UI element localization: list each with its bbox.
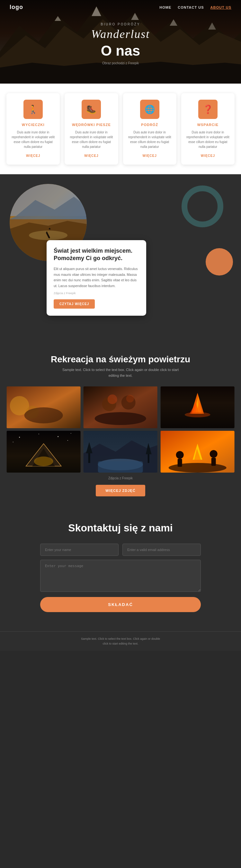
card-title-1: WĘDRÓWKI PIESZE bbox=[69, 123, 113, 127]
about-read-more-btn[interactable]: CZYTAJ WIĘCEJ bbox=[54, 299, 95, 309]
svg-point-48 bbox=[58, 436, 59, 437]
gallery-credit: Zdjęcia z Freepik bbox=[6, 476, 235, 480]
svg-point-31 bbox=[95, 412, 146, 425]
hero-credit: Obraz pochodzi z Freepik bbox=[0, 61, 241, 65]
nav-home[interactable]: HOME bbox=[160, 5, 171, 9]
svg-point-66 bbox=[209, 450, 217, 458]
svg-point-47 bbox=[39, 434, 39, 434]
gallery-item[interactable] bbox=[83, 386, 158, 428]
gallery-item[interactable] bbox=[160, 386, 235, 428]
svg-point-64 bbox=[176, 451, 183, 459]
hero-brand: Wanderlust bbox=[0, 27, 241, 41]
card-text-3: Duis aute irure dolor in reprehenderit i… bbox=[186, 130, 230, 149]
gallery-title: Rekreacja na świeżym powietrzu bbox=[6, 354, 235, 365]
card-1: 🥾 WĘDRÓWKI PIESZE Duis aute irure dolor … bbox=[65, 93, 118, 164]
svg-point-49 bbox=[71, 433, 71, 434]
gallery-grid bbox=[6, 386, 235, 472]
about-section: Świat jest wielkim miejscem. Pomożemy Ci… bbox=[0, 174, 241, 338]
footer: Sample text. Click to select the text bo… bbox=[0, 631, 241, 651]
contact-title: Skontaktuj się z nami bbox=[6, 522, 235, 534]
navbar: logo HOME CONTACT US ABOUT US bbox=[0, 0, 241, 14]
gallery-item[interactable] bbox=[6, 386, 81, 428]
svg-point-45 bbox=[34, 457, 53, 466]
svg-point-41 bbox=[184, 412, 210, 417]
card-link-2[interactable]: WIĘCEJ bbox=[142, 154, 157, 157]
svg-point-27 bbox=[25, 407, 63, 424]
hero-title: O nas bbox=[0, 43, 241, 59]
card-link-0[interactable]: WIĘCEJ bbox=[26, 154, 40, 157]
card-title-3: WSPARCIE bbox=[186, 123, 230, 127]
svg-rect-65 bbox=[177, 459, 182, 467]
about-card-text: Elit ut aliquam purus sit amet luctus ve… bbox=[54, 266, 139, 289]
svg-point-51 bbox=[67, 440, 68, 441]
footer-text: Sample text. Click to select the text bo… bbox=[5, 637, 236, 646]
cards-section: 🚶 WYCIECZKI Duis aute irure dolor in rep… bbox=[0, 84, 241, 174]
contact-section: Skontaktuj się z nami SKŁADAĆ bbox=[0, 506, 241, 631]
hero-credit-link[interactable]: Freepik bbox=[128, 61, 139, 65]
svg-point-50 bbox=[13, 442, 13, 442]
card-icon-1: 🥾 bbox=[86, 104, 96, 115]
gallery-more-btn[interactable]: WIĘCEJ ZDJĘĆ bbox=[96, 485, 145, 496]
svg-point-32 bbox=[108, 395, 117, 404]
deco-circle-orange bbox=[206, 248, 233, 276]
contact-message-input[interactable] bbox=[40, 560, 201, 592]
svg-marker-8 bbox=[0, 62, 241, 84]
svg-rect-67 bbox=[211, 458, 216, 466]
about-credit: Zdjęcia z Freepik bbox=[54, 291, 139, 295]
cards-grid: 🚶 WYCIECZKI Duis aute irure dolor in rep… bbox=[6, 93, 235, 164]
svg-rect-56 bbox=[89, 452, 90, 463]
gallery-item[interactable] bbox=[83, 431, 158, 472]
card-title-2: PODRÓŻ bbox=[128, 123, 172, 127]
card-text-1: Duis aute irure dolor in reprehenderit i… bbox=[69, 130, 113, 149]
deco-circle-teal bbox=[181, 186, 223, 227]
gallery-item[interactable] bbox=[6, 431, 81, 472]
svg-point-33 bbox=[126, 395, 134, 403]
hero-agency: BIURO PODRÓŻY bbox=[0, 23, 241, 26]
svg-point-46 bbox=[19, 437, 20, 438]
gallery-subtitle: Sample text. Click to select the text bo… bbox=[6, 367, 235, 378]
card-icon-3: ❓ bbox=[203, 104, 213, 115]
card-2: 🌐 PODRÓŻ Duis aute irure dolor in repreh… bbox=[123, 93, 176, 164]
nav-logo: logo bbox=[10, 4, 23, 10]
card-3: ❓ WSPARCIE Duis aute irure dolor in repr… bbox=[181, 93, 235, 164]
gallery-item[interactable] bbox=[160, 431, 235, 472]
card-icon-wrap-2: 🌐 bbox=[140, 100, 160, 119]
about-card-title: Świat jest wielkim miejscem. Pomożemy Ci… bbox=[54, 247, 139, 262]
gallery-credit-link[interactable]: Freepik bbox=[122, 476, 133, 480]
card-icon-wrap-3: ❓ bbox=[198, 100, 217, 119]
svg-point-61 bbox=[168, 463, 226, 472]
gallery-section: Rekreacja na świeżym powietrzu Sample te… bbox=[0, 338, 241, 506]
card-0: 🚶 WYCIECZKI Duis aute irure dolor in rep… bbox=[6, 93, 60, 164]
card-text-2: Duis aute irure dolor in reprehenderit i… bbox=[128, 130, 172, 149]
card-icon-0: 🚶 bbox=[28, 104, 38, 115]
card-title-0: WYCIECZKI bbox=[11, 123, 55, 127]
card-link-1[interactable]: WIĘCEJ bbox=[84, 154, 98, 157]
contact-name-input[interactable] bbox=[40, 544, 118, 556]
card-link-3[interactable]: WIĘCEJ bbox=[201, 154, 215, 157]
contact-form: SKŁADAĆ bbox=[40, 544, 201, 612]
card-icon-wrap-1: 🥾 bbox=[81, 100, 101, 119]
card-text-0: Duis aute irure dolor in reprehenderit i… bbox=[11, 130, 55, 149]
contact-submit-btn[interactable]: SKŁADAĆ bbox=[40, 597, 201, 612]
nav-links: HOME CONTACT US ABOUT US bbox=[160, 5, 231, 9]
nav-about[interactable]: ABOUT US bbox=[210, 5, 231, 9]
nav-contact[interactable]: CONTACT US bbox=[178, 5, 204, 9]
card-icon-2: 🌐 bbox=[145, 104, 155, 115]
card-icon-wrap-0: 🚶 bbox=[24, 100, 43, 119]
about-card: Świat jest wielkim miejscem. Pomożemy Ci… bbox=[46, 240, 146, 316]
contact-email-input[interactable] bbox=[123, 544, 201, 556]
svg-rect-55 bbox=[98, 461, 143, 472]
